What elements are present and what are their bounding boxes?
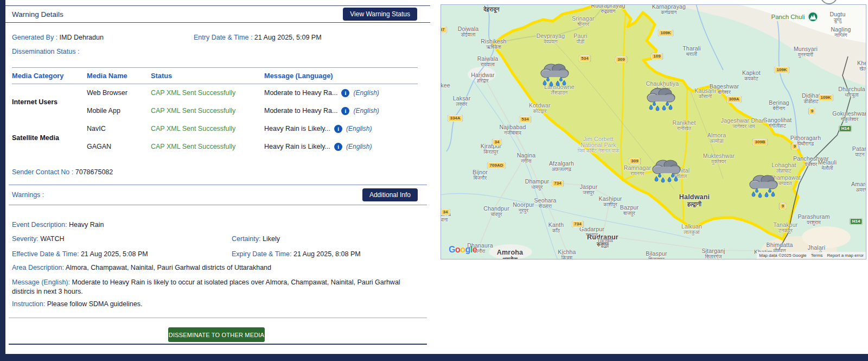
map-town-label: Berinagबेरीनाग bbox=[769, 100, 789, 111]
page-title: Warning Details bbox=[12, 10, 63, 18]
road-badge: 534 bbox=[519, 116, 531, 123]
table-row: Internet UsersWeb BrowserCAP XML Sent Su… bbox=[12, 84, 418, 102]
map-town-label: Chandpurचांदपुर bbox=[483, 206, 509, 217]
road-badge: H14 bbox=[839, 125, 852, 132]
map-control-partial-circle[interactable] bbox=[820, 0, 838, 4]
info-icon[interactable]: i bbox=[334, 143, 342, 151]
warnings-row: Warnings : Additional Info bbox=[12, 187, 418, 203]
status-cell: CAP XML Sent Successfully bbox=[151, 102, 264, 120]
road-badge: 734 bbox=[552, 180, 563, 187]
road-badge: 334A bbox=[448, 115, 462, 122]
map-town-label: Laksarलक्सर bbox=[453, 96, 471, 107]
media-category-cell: Satellite Media bbox=[12, 120, 87, 156]
col-message-language: Message (Language) bbox=[264, 68, 418, 84]
report-map-error-link[interactable]: Report a map error bbox=[825, 252, 866, 259]
map-town-label: Tharaliथराली bbox=[682, 46, 701, 57]
message-language: (English) bbox=[346, 125, 372, 132]
map-town-label: Amargaअमरग bbox=[851, 181, 866, 193]
media-category-cell: Internet Users bbox=[12, 84, 87, 120]
message-english-label: Message (English): bbox=[12, 278, 70, 286]
map-town-label: Devprayagदेवप्रयाग bbox=[537, 33, 565, 45]
warning-map[interactable]: देहरादूनDoiwalaडोईवालाRishikeshऋषिकेशRai… bbox=[441, 4, 866, 259]
map-town-label: Almoraअल्मोड़ा bbox=[707, 132, 726, 144]
media-name-cell: Web Browser bbox=[87, 84, 151, 102]
media-name-cell: GAGAN bbox=[87, 138, 151, 156]
warning-details-panel: Warning Details View Warning Status Gene… bbox=[5, 0, 430, 354]
map-town-label: Amrohaअमरोहा bbox=[497, 249, 523, 259]
terms-link[interactable]: Terms bbox=[809, 252, 825, 259]
certainty-label: Certainty: bbox=[232, 235, 261, 243]
warning-details-page: Warning Details View Warning Status Gene… bbox=[0, 0, 868, 361]
warnings-label: Warnings : bbox=[12, 191, 44, 199]
info-icon[interactable]: i bbox=[341, 107, 349, 115]
event-description-value: Heavy Rain bbox=[69, 221, 104, 229]
google-logo[interactable]: Google bbox=[449, 245, 477, 255]
map-town-label: wanaथाना bbox=[441, 211, 451, 223]
additional-info-button[interactable]: Additional Info bbox=[362, 188, 418, 201]
map-town-label: Pancheshwarपंचेश्वर bbox=[793, 156, 829, 167]
page-bottom-edge bbox=[0, 354, 868, 361]
divider bbox=[9, 185, 427, 185]
road-badge: 534 bbox=[579, 55, 590, 62]
map-town-label: Lalkuanलालकुआं bbox=[681, 224, 702, 235]
generated-by-label: Generated By : bbox=[12, 34, 58, 41]
message-language: (English) bbox=[353, 89, 379, 97]
divider bbox=[9, 318, 427, 318]
area-description-value: Almora, Champawat, Nainital, Pauri Garhw… bbox=[66, 264, 271, 271]
effective-datetime-value: 21 Aug 2025, 5:08 PM bbox=[81, 250, 148, 258]
generated-entry-row: Generated By : IMD Dehradun Entry Date &… bbox=[12, 34, 424, 41]
map-town-label: Bageshwarबागेश्वर bbox=[710, 84, 739, 95]
generated-by-value: IMD Dehradun bbox=[60, 34, 104, 41]
map-town-label: Lohaghatलोहाघाट bbox=[771, 162, 796, 174]
map-town-label: Najibabadनजीबाबाद bbox=[499, 124, 526, 136]
map-town-label: Kanthकाँठ bbox=[548, 222, 564, 233]
map-town-label: Haridwarहरिद्वार bbox=[471, 72, 495, 84]
map-town-label: Bilaspurबिलासपुर bbox=[646, 251, 667, 259]
instruction-value: Please follow SDMA guidelines. bbox=[47, 300, 143, 308]
status-cell: CAP XML Sent Successfully bbox=[151, 138, 264, 156]
road-badge: H14 bbox=[850, 218, 863, 225]
map-town-label: Sitarganjसितारगंज bbox=[701, 248, 725, 259]
rain-cloud-icon bbox=[748, 173, 780, 202]
media-name-cell: NavIC bbox=[87, 120, 151, 138]
rain-cloud-icon bbox=[539, 62, 571, 91]
road-badge: 109K bbox=[818, 94, 833, 101]
road-badge: 309 bbox=[629, 158, 640, 164]
map-town-label: kee bbox=[441, 83, 450, 88]
certainty-value: Likely bbox=[263, 235, 280, 243]
effective-datetime-label: Effective Date & Time: bbox=[12, 250, 79, 258]
message-text: Moderate to Heavy Ra... bbox=[264, 89, 337, 97]
message-cell: Heavy Rain is Likely...i(English) bbox=[264, 138, 418, 156]
map-town-label: Kichhaकिच्छा bbox=[558, 249, 576, 259]
road-badge: 709AD bbox=[488, 162, 506, 169]
map-town-label: Khelखेल bbox=[857, 60, 866, 72]
map-town-label: Kashipurकाशीपुर bbox=[598, 196, 622, 207]
dissemination-table-body: Internet UsersWeb BrowserCAP XML Sent Su… bbox=[12, 84, 418, 156]
view-warning-status-button[interactable]: View Warning Status bbox=[343, 8, 417, 21]
road-badge: 109 bbox=[651, 53, 662, 60]
rain-cloud-icon bbox=[651, 158, 682, 187]
page-left-edge bbox=[0, 0, 5, 361]
entry-datetime-label: Entry Date & Time : bbox=[194, 34, 252, 41]
map-town-label: Dhampurधामपुर bbox=[525, 179, 550, 190]
status-cell: CAP XML Sent Successfully bbox=[151, 84, 264, 102]
disseminate-button[interactable]: DISSEMINATE TO OTHER MEDIA bbox=[168, 327, 265, 342]
map-town-label: Ramnagarरामनगर bbox=[624, 165, 652, 176]
message-cell: Moderate to Heavy Ra...i(English) bbox=[264, 102, 418, 120]
map-town-label: Seoharaसेउहारा bbox=[534, 198, 556, 209]
map-town-label: Pauriपौड़ी bbox=[573, 33, 588, 45]
map-town-label: Karnaprayagकर्णप्रयाग bbox=[652, 4, 686, 15]
event-description-label: Event Description: bbox=[12, 221, 67, 229]
info-icon[interactable]: i bbox=[341, 89, 349, 97]
road-badge: 9 bbox=[780, 203, 786, 210]
col-media-category: Media Category bbox=[12, 68, 87, 84]
table-row: Satellite MediaNavICCAP XML Sent Success… bbox=[12, 120, 418, 138]
expiry-datetime-label: Expiry Date & Time: bbox=[232, 250, 291, 258]
instruction-label: Instruction: bbox=[12, 300, 45, 308]
map-town-label: देहरादून bbox=[483, 6, 500, 12]
message-language: (English) bbox=[353, 107, 379, 115]
info-icon[interactable]: i bbox=[334, 125, 342, 133]
map-data-credit: Map data ©2025 Google bbox=[757, 252, 808, 259]
col-status: Status bbox=[151, 68, 264, 84]
map-town-label: Pithoragarhपिथौरागढ़ bbox=[790, 135, 821, 147]
